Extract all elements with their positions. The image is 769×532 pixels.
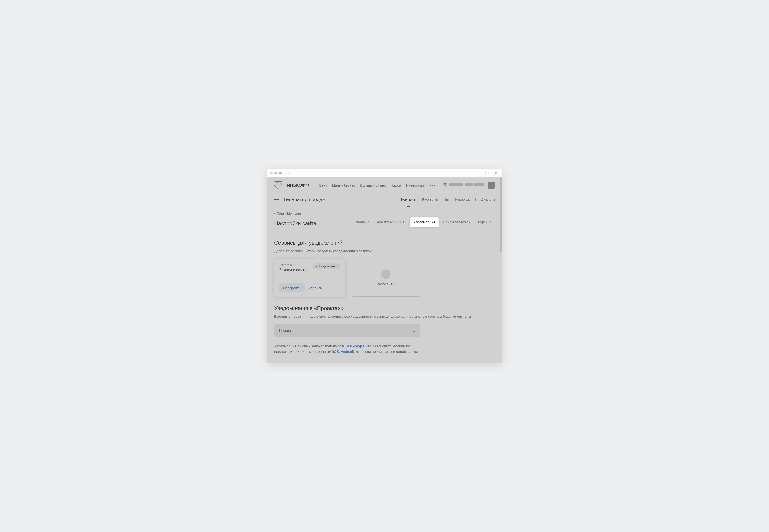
- services-cards: Telegram Заявки с сайта Подключено Настр…: [274, 259, 495, 297]
- configure-button[interactable]: Настроить: [279, 283, 304, 292]
- card-service-label: Telegram: [279, 263, 306, 267]
- crm-link[interactable]: Тинькофф CRM: [345, 344, 371, 348]
- breadcrumb[interactable]: ‹ Сайт «Мой сайт»: [274, 211, 495, 215]
- project-select[interactable]: Проект ⌄: [274, 324, 420, 337]
- android-link[interactable]: Android: [341, 349, 353, 353]
- status-dot-icon: [316, 266, 317, 267]
- page-content: ТИНЬКОФФ Банк Малый бизнес Большой бизне…: [267, 177, 502, 363]
- add-label: Добавить: [378, 282, 395, 286]
- account-name-redacted: [449, 183, 463, 186]
- topnav-link-investments[interactable]: Инвестиции: [406, 183, 425, 187]
- breadcrumb-text: Сайт «Мой сайт»: [277, 211, 303, 215]
- viewport: ТИНЬКОФФ Банк Малый бизнес Большой бизне…: [267, 177, 502, 363]
- nav-forward-button[interactable]: ›: [292, 171, 298, 175]
- traffic-lights: [270, 172, 281, 174]
- delete-button[interactable]: Удалить: [308, 286, 322, 290]
- status-badge: Подключено: [313, 263, 340, 269]
- dialogs-button[interactable]: Диалоги: [475, 197, 495, 201]
- dialogs-label: Диалоги: [481, 197, 495, 201]
- nav-arrows: ‹ ›: [286, 171, 298, 175]
- topnav: ТИНЬКОФФ Банк Малый бизнес Большой бизне…: [267, 177, 502, 193]
- projects-desc: Выберите проект — туда будут приходить в…: [274, 314, 495, 319]
- section-services: Сервисы для уведомлений Добавьте сервисы…: [274, 240, 495, 297]
- tab-cart[interactable]: Корзина: [475, 217, 495, 227]
- tabs-button[interactable]: ⧉: [493, 171, 499, 175]
- share-button[interactable]: ⇧: [485, 171, 492, 175]
- scrollbar[interactable]: [500, 177, 502, 252]
- chevron-down-icon: ⌄: [413, 329, 416, 333]
- section-projects: Уведомления в «Проектах» Выберите проект…: [274, 305, 495, 354]
- add-service-card[interactable]: + Добавить: [350, 259, 421, 297]
- chevron-left-icon: ‹: [274, 211, 275, 215]
- projects-heading: Уведомления в «Проектах»: [274, 305, 495, 312]
- traffic-minimize-icon[interactable]: [274, 172, 277, 174]
- tab-notifications[interactable]: Уведомления: [410, 217, 439, 227]
- topnav-more-button[interactable]: •••: [430, 183, 435, 187]
- ios-link[interactable]: iOS: [333, 349, 339, 353]
- app-title: Генератор продаж: [284, 197, 326, 202]
- menu-icon[interactable]: [274, 198, 279, 201]
- topnav-link-big-business[interactable]: Большой бизнес: [360, 183, 387, 187]
- logo-icon: [274, 181, 282, 189]
- secnav-link-contacts[interactable]: Контакты: [401, 197, 417, 201]
- settings-tabs: Основные Аналитика и SEO Уведомления При…: [349, 217, 495, 227]
- secnav-link-chat[interactable]: Чат: [444, 197, 450, 201]
- topnav-link-bank[interactable]: Банк: [319, 183, 327, 187]
- browser-window: ‹ › ⇧ ⧉ ТИНЬКОФФ Банк Малый бизнес Больш…: [267, 169, 502, 363]
- tab-payments[interactable]: Прием платежей: [440, 217, 474, 227]
- browser-chrome: ‹ › ⇧ ⧉: [267, 169, 502, 177]
- account-prefix: ИП: [443, 182, 448, 186]
- tab-analytics-seo[interactable]: Аналитика и SEO: [374, 217, 409, 227]
- brand-text: ТИНЬКОФФ: [284, 183, 309, 188]
- info-part3: ), чтобы не пропустить ни одной заявки.: [353, 349, 419, 353]
- secnav-links: Контакты Рассылки Чат Команда Диалоги: [401, 197, 495, 201]
- secnav-link-mailings[interactable]: Рассылки: [422, 197, 438, 201]
- service-card-telegram: Telegram Заявки с сайта Подключено Настр…: [274, 259, 345, 297]
- account-name-redacted: [465, 183, 473, 186]
- logo: ТИНЬКОФФ: [274, 181, 309, 189]
- nav-back-button[interactable]: ‹: [286, 171, 292, 175]
- account-dropdown-button[interactable]: ⌄: [488, 182, 495, 189]
- account-name-redacted: [474, 183, 485, 186]
- account-selector[interactable]: ИП: [443, 182, 485, 188]
- topnav-links: Банк Малый бизнес Большой бизнес Касса И…: [319, 183, 436, 187]
- traffic-zoom-icon[interactable]: [279, 172, 281, 174]
- topnav-link-kassa[interactable]: Касса: [392, 183, 401, 187]
- services-desc: Добавьте сервисы, чтобы получать уведомл…: [274, 248, 495, 254]
- select-label: Проект: [279, 329, 291, 333]
- page-title: Настройки сайта: [274, 220, 316, 227]
- tab-basic[interactable]: Основные: [349, 217, 372, 227]
- plus-icon: +: [381, 269, 391, 279]
- info-part1: Уведомления о новых заявках попадают в: [274, 344, 345, 348]
- info-text: Уведомления о новых заявках попадают в Т…: [274, 343, 425, 354]
- secnav-link-team[interactable]: Команда: [455, 197, 470, 201]
- topnav-link-small-business[interactable]: Малый бизнес: [332, 183, 355, 187]
- page-body: ‹ Сайт «Мой сайт» Настройки сайта Основн…: [267, 206, 502, 363]
- services-heading: Сервисы для уведомлений: [274, 240, 495, 246]
- secnav: Генератор продаж Контакты Рассылки Чат К…: [267, 193, 502, 206]
- dialogs-icon: [475, 198, 480, 201]
- card-title: Заявки с сайта: [279, 268, 306, 272]
- header-row: Настройки сайта Основные Аналитика и SEO…: [274, 217, 495, 231]
- status-badge-text: Подключено: [319, 264, 337, 268]
- traffic-close-icon[interactable]: [270, 172, 272, 174]
